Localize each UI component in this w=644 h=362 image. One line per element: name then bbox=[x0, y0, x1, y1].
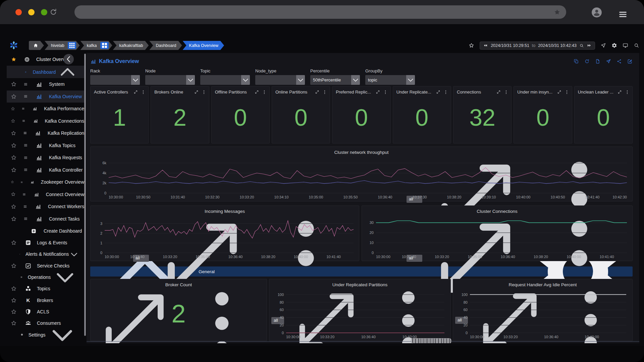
sidebar-item-kafka-replication[interactable]: Kafka Replication bbox=[7, 127, 84, 139]
report-button[interactable] bbox=[595, 59, 600, 64]
filter-select[interactable] bbox=[200, 75, 250, 85]
sidebar-item-kafka-overview[interactable]: Kafka Overview bbox=[7, 90, 84, 103]
star-icon[interactable] bbox=[11, 107, 15, 111]
sidebar-item-connect-workers[interactable]: Connect Workers bbox=[7, 200, 84, 213]
sidebar-scrollbar[interactable] bbox=[84, 54, 86, 336]
filter-select[interactable]: 50thPercentile bbox=[310, 75, 360, 85]
drag-handle-icon[interactable] bbox=[23, 81, 29, 87]
star-icon[interactable] bbox=[11, 142, 17, 148]
star-icon[interactable] bbox=[11, 192, 16, 197]
sidebar-item-logs-events[interactable]: Logs & Events bbox=[7, 237, 84, 248]
star-icon[interactable] bbox=[11, 94, 17, 100]
drag-handle-icon[interactable] bbox=[23, 142, 29, 148]
svg-text:10:40:00: 10:40:00 bbox=[294, 255, 308, 259]
grid-menu-button[interactable] bbox=[100, 42, 109, 49]
send-button[interactable] bbox=[606, 59, 611, 64]
sidebar-item-cluster-overview[interactable]: Cluster Overview bbox=[7, 53, 84, 66]
minimize-window-button[interactable] bbox=[28, 9, 35, 15]
horizontal-scrollbar[interactable] bbox=[411, 338, 452, 343]
drag-handle-icon[interactable] bbox=[23, 167, 29, 173]
chevron-down-icon[interactable] bbox=[131, 75, 140, 85]
drag-handle-icon[interactable] bbox=[22, 130, 28, 136]
reload-button[interactable] bbox=[49, 8, 58, 16]
filter-select[interactable] bbox=[255, 75, 305, 85]
sidebar-item-kafka-connections[interactable]: Kafka Connections bbox=[7, 115, 84, 127]
breadcrumb-item-hivelab[interactable]: hivelab bbox=[45, 41, 80, 50]
sidebar-item-connect-overview[interactable]: Connect Overview bbox=[7, 188, 84, 201]
bookmark-star-icon[interactable] bbox=[553, 8, 561, 16]
sidebar-item-acls[interactable]: ACLS bbox=[7, 306, 84, 317]
sidebar-item-alerts-notifications[interactable]: Alerts & Notifications bbox=[7, 248, 84, 260]
edit-dashboard-button[interactable] bbox=[627, 59, 633, 64]
locate-button[interactable] bbox=[600, 43, 606, 48]
sidebar-collapse-button[interactable] bbox=[63, 54, 74, 64]
star-icon[interactable] bbox=[11, 297, 17, 303]
drag-handle-icon[interactable] bbox=[22, 192, 26, 197]
drag-handle-icon[interactable] bbox=[23, 155, 29, 161]
time-range-picker[interactable]: 2024/10/31 10:29:51 to 2024/10/31 10:42:… bbox=[480, 42, 595, 50]
chevron-down-icon[interactable] bbox=[296, 75, 305, 85]
breadcrumb-item-home[interactable] bbox=[29, 41, 44, 50]
account-button[interactable] bbox=[591, 7, 602, 18]
grid-menu-button[interactable] bbox=[68, 42, 76, 49]
chevron-down-icon[interactable] bbox=[351, 75, 360, 85]
filter-select[interactable] bbox=[145, 75, 195, 85]
filter-select[interactable] bbox=[90, 75, 140, 85]
drag-handle-icon[interactable] bbox=[21, 107, 25, 111]
sidebar-item-create-dashboard[interactable]: Create Dashboard bbox=[7, 225, 84, 237]
sidebar-item-connect-tasks[interactable]: Connect Tasks bbox=[7, 213, 84, 225]
star-icon[interactable] bbox=[11, 263, 17, 269]
breadcrumb-item-kafkakraftlab[interactable]: kafkakraftlab bbox=[113, 41, 149, 50]
sidebar-item-kafka-topics[interactable]: Kafka Topics bbox=[7, 139, 84, 152]
svg-text:10:31:40: 10:31:40 bbox=[130, 255, 145, 259]
browser-menu-button[interactable] bbox=[616, 10, 629, 19]
chevron-down-icon[interactable] bbox=[241, 75, 250, 85]
display-button[interactable] bbox=[623, 43, 628, 48]
share-button[interactable] bbox=[616, 59, 622, 64]
star-icon[interactable] bbox=[11, 216, 17, 222]
star-icon[interactable] bbox=[11, 240, 17, 246]
breadcrumb-item-dashboard[interactable]: Dashboard bbox=[149, 41, 182, 50]
maximize-window-button[interactable] bbox=[41, 9, 47, 15]
favorite-star-filled-icon[interactable] bbox=[11, 56, 17, 62]
sidebar-item-kafka-performance[interactable]: Kafka Performance bbox=[7, 103, 84, 115]
search-button[interactable] bbox=[634, 43, 639, 48]
star-icon[interactable] bbox=[11, 130, 16, 136]
fast-forward-icon[interactable] bbox=[587, 43, 592, 48]
close-window-button[interactable] bbox=[15, 9, 22, 15]
breadcrumb-item-kafka-overview[interactable]: Kafka Overview bbox=[183, 41, 224, 50]
drag-handle-icon[interactable] bbox=[23, 216, 29, 222]
star-icon[interactable] bbox=[11, 320, 17, 326]
refresh-dashboard-button[interactable] bbox=[584, 59, 590, 64]
star-icon[interactable] bbox=[11, 119, 15, 123]
drag-handle-icon[interactable] bbox=[21, 119, 26, 123]
chevron-down-icon[interactable] bbox=[406, 75, 415, 85]
sidebar-item-kafka-requests[interactable]: Kafka Requests bbox=[7, 152, 84, 164]
filter-select[interactable]: topic bbox=[365, 75, 415, 85]
sidebar-item-kafka-controller[interactable]: Kafka Controller bbox=[7, 164, 84, 176]
star-icon[interactable] bbox=[11, 286, 17, 292]
settings-button[interactable] bbox=[611, 43, 617, 48]
breadcrumb-item-kafka[interactable]: kafka bbox=[80, 41, 112, 50]
drag-handle-icon[interactable] bbox=[23, 94, 29, 99]
chevron-down-icon[interactable] bbox=[186, 75, 195, 85]
drag-handle-icon[interactable] bbox=[20, 181, 23, 184]
rewind-icon[interactable] bbox=[483, 43, 488, 48]
sidebar-item-zookeeper-overview[interactable]: Zookeeper Overview bbox=[7, 176, 84, 188]
favorite-star-icon[interactable] bbox=[469, 43, 474, 48]
star-icon[interactable] bbox=[11, 204, 16, 209]
sidebar-item-settings[interactable]: Settings bbox=[7, 329, 84, 340]
address-bar[interactable] bbox=[74, 5, 566, 19]
sidebar-item-system[interactable]: System bbox=[7, 78, 84, 90]
sidebar-item-operations[interactable]: Operations bbox=[7, 272, 84, 283]
sidebar-group-dashboard[interactable]: Dashboard bbox=[7, 66, 84, 78]
star-icon[interactable] bbox=[11, 81, 17, 87]
star-icon[interactable] bbox=[11, 180, 14, 184]
drag-handle-icon[interactable] bbox=[22, 204, 28, 209]
star-icon[interactable] bbox=[11, 155, 17, 161]
star-icon[interactable] bbox=[11, 167, 17, 173]
zoom-time-icon[interactable] bbox=[579, 43, 584, 48]
star-icon[interactable] bbox=[11, 309, 17, 315]
copy-dashboard-button[interactable] bbox=[574, 59, 579, 64]
sidebar-item-brokers[interactable]: KBrokers bbox=[7, 294, 84, 306]
